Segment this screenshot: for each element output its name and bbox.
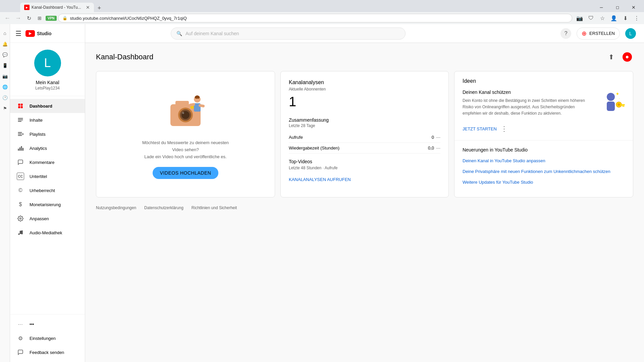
sidebar-item-anpassen[interactable]: Anpassen <box>10 212 85 226</box>
minimize-button[interactable]: – <box>594 3 609 12</box>
app-layout: ⌂ 🔔 💬 📱 📷 🌐 🕐 ⚑ ☰ ▶ Studio L Mein Kanal <box>0 24 644 362</box>
feedback-icon <box>17 349 24 356</box>
menu-icon[interactable]: ⋮ <box>632 13 641 23</box>
sidebar-item-urheberrecht-label: Urheberrecht <box>30 188 55 193</box>
upload-icon-button[interactable]: ⬆ <box>605 51 617 63</box>
address-bar[interactable]: 🔒 studio.youtube.com/channel/UCocN6zQPHQ… <box>58 14 572 22</box>
top-videos-title: Top-Videos <box>289 159 440 164</box>
update-item-2[interactable]: Weitere Updates für YouTube Studio <box>463 179 625 185</box>
micro-whatsapp-icon[interactable]: 📱 <box>1 62 9 69</box>
summary-title: Zusammenfassung <box>289 117 440 123</box>
user-avatar[interactable]: L <box>625 28 636 39</box>
sidebar-item-untertitel[interactable]: CC Untertitel <box>10 169 85 183</box>
sidebar-item-playlists[interactable]: Playlists <box>10 127 85 141</box>
sidebar-item-kommentare[interactable]: Kommentare <box>10 155 85 169</box>
sidebar-item-inhalte[interactable]: Inhalte <box>10 113 85 127</box>
sidebar-item-audio-mediathek-label: Audio-Mediathek <box>30 230 62 235</box>
top-videos-subtitle: Letzte 48 Stunden · Aufrufe <box>289 166 440 170</box>
sidebar-item-analytics[interactable]: Analytics <box>10 141 85 155</box>
page-header: Kanal-Dashboard ⬆ ⏺ <box>96 51 633 63</box>
forward-button[interactable]: → <box>13 13 23 23</box>
sidebar-item-monetarisierung[interactable]: $ Monetarisierung <box>10 197 85 212</box>
playlists-icon <box>17 130 24 138</box>
avatar: L <box>34 50 61 76</box>
micro-instagram-icon[interactable]: 📷 <box>1 72 9 80</box>
back-button[interactable]: ← <box>3 13 12 23</box>
micro-notifications-icon[interactable]: 🔔 <box>1 40 9 48</box>
einstellungen-icon: ⚙ <box>17 335 24 342</box>
sidebar-item-dashboard[interactable]: Dashboard <box>10 99 85 113</box>
nav-menu: Dashboard Inhalte Playlists Analytics <box>10 96 85 314</box>
close-button[interactable]: ✕ <box>626 3 641 12</box>
svg-rect-6 <box>18 121 22 122</box>
sidebar-item-audio-mediathek[interactable]: Audio-Mediathek <box>10 226 85 240</box>
create-button[interactable]: ⊕ ERSTELLEN <box>577 27 620 40</box>
sidebar-item-more[interactable]: ··· ••• <box>10 317 85 331</box>
sidebar-item-feedback[interactable]: Feedback senden <box>10 345 85 359</box>
update-item-1[interactable]: Deine Privatsphäre mit neuen Funktionen … <box>463 169 625 175</box>
tab-bar: ▶ Kanal-Dashboard - YouTu... ✕ + – ◻ ✕ <box>0 0 644 12</box>
search-placeholder: Auf deinem Kanal suchen <box>185 31 239 36</box>
studio-text: Studio <box>37 31 52 36</box>
footer-link-nutzungsbedingungen[interactable]: Nutzungsbedingungen <box>96 205 136 210</box>
svg-point-16 <box>18 233 20 235</box>
footer-link-datenschutz[interactable]: Datenschutzerklärung <box>144 205 183 210</box>
update-item-0[interactable]: Deinen Kanal in YouTube Studio anpassen <box>463 158 625 164</box>
micro-home-icon[interactable]: ⌂ <box>1 29 9 37</box>
svg-text:·: · <box>619 97 620 100</box>
vpn-badge[interactable]: VPN <box>46 16 57 21</box>
hamburger-menu[interactable]: ☰ <box>15 29 21 38</box>
kanalanalysen-link[interactable]: KANALANALYSEN AUFRUFEN <box>289 177 351 182</box>
sidebar: ☰ ▶ Studio L Mein Kanal LetsPlay1234 Das <box>10 24 85 362</box>
ideas-title: Ideen <box>463 78 625 84</box>
sidebar-item-inhalte-label: Inhalte <box>30 118 43 123</box>
svg-rect-8 <box>18 134 22 134</box>
upload-text: Möchtest du Messwerte zu deinem neuesten… <box>139 139 232 160</box>
svg-point-23 <box>182 112 184 114</box>
tab-close-icon[interactable]: ✕ <box>86 5 90 10</box>
channel-name: Mein Kanal <box>36 80 59 85</box>
download-icon[interactable]: ⬇ <box>621 13 630 23</box>
sidebar-item-urheberrecht[interactable]: © Urheberrecht <box>10 183 85 197</box>
videos-hochladen-button[interactable]: VIDEOS HOCHLADEN <box>153 167 219 179</box>
youtube-studio-logo[interactable]: ▶ Studio <box>25 30 52 37</box>
shield-x-icon[interactable]: 🛡 <box>586 13 596 23</box>
analytics-card: Kanalanalysen Aktuelle Abonnenten 1 Zusa… <box>280 71 449 197</box>
topbar: 🔍 Auf deinem Kanal suchen ? ⊕ ERSTELLEN … <box>85 24 644 43</box>
active-tab[interactable]: ▶ Kanal-Dashboard - YouTu... ✕ <box>20 3 94 12</box>
yt-logo-icon: ▶ <box>25 30 35 37</box>
help-button[interactable]: ? <box>560 28 571 39</box>
jetzt-starten-button[interactable]: JETZT STARTEN <box>463 126 497 131</box>
tab-favicon: ▶ <box>24 5 30 10</box>
footer-link-richtlinien[interactable]: Richtlinien und Sicherheit <box>192 205 237 210</box>
micro-messages-icon[interactable]: 💬 <box>1 51 9 58</box>
screenshot-icon[interactable]: 📷 <box>575 13 584 23</box>
browser-toolbar: ← → ↻ ⊞ VPN 🔒 studio.youtube.com/channel… <box>0 12 644 24</box>
wiedergabe-label: Wiedergabezeit (Stunden) <box>289 145 339 150</box>
live-icon-button[interactable]: ⏺ <box>621 51 633 63</box>
topbar-actions: ? ⊕ ERSTELLEN L <box>560 27 636 40</box>
urheberrecht-icon: © <box>17 187 24 194</box>
sidebar-item-dashboard-label: Dashboard <box>30 104 52 109</box>
reload-button[interactable]: ↻ <box>24 13 34 23</box>
extensions-button[interactable]: ⊞ <box>35 13 44 23</box>
svg-rect-2 <box>18 106 20 108</box>
lock-icon: 🔒 <box>62 16 67 20</box>
sidebar-item-einstellungen[interactable]: ⚙ Einstellungen <box>10 331 85 345</box>
micro-flag-icon[interactable]: ⚑ <box>1 105 9 112</box>
search-input-wrapper[interactable]: 🔍 Auf deinem Kanal suchen <box>171 27 406 40</box>
wiedergabe-value: 0,0 — <box>428 145 440 150</box>
wiedergabe-dash: — <box>436 145 440 150</box>
svg-text:✦: ✦ <box>615 91 620 97</box>
micro-clock-icon[interactable]: 🕐 <box>1 94 9 101</box>
search-icon: 🔍 <box>176 31 182 36</box>
profile-icon[interactable]: 👤 <box>609 13 619 23</box>
svg-point-32 <box>618 103 620 106</box>
ideas-card: Ideen <box>454 71 633 197</box>
restore-button[interactable]: ◻ <box>610 3 625 12</box>
more-options-button[interactable]: ⋮ <box>499 124 509 133</box>
new-tab-button[interactable]: + <box>95 4 103 12</box>
micro-globe-icon[interactable]: 🌐 <box>1 83 9 90</box>
main-area: 🔍 Auf deinem Kanal suchen ? ⊕ ERSTELLEN … <box>85 24 644 362</box>
bookmark-icon[interactable]: ☆ <box>598 13 607 23</box>
